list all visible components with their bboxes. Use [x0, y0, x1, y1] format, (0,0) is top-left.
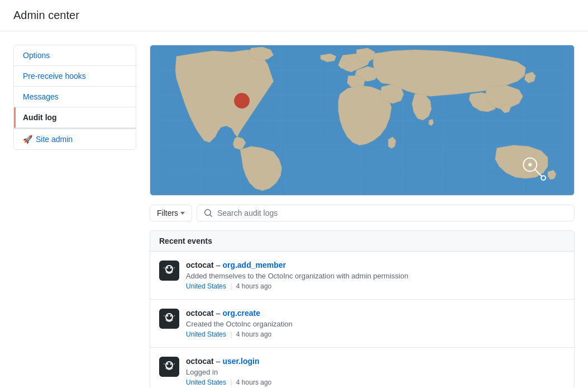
- event-title: octocat – org.add_member: [186, 261, 565, 269]
- event-details: octocat – user.login Logged in United St…: [186, 357, 565, 386]
- event-action[interactable]: org.create: [222, 309, 260, 318]
- event-action[interactable]: user.login: [222, 357, 259, 366]
- avatar: [159, 357, 179, 377]
- svg-point-24: [170, 267, 172, 269]
- event-username[interactable]: octocat: [186, 357, 214, 366]
- filters-label: Filters: [157, 209, 178, 217]
- event-description: Added themselves to the OctoInc organiza…: [186, 272, 565, 280]
- avatar: [159, 261, 179, 281]
- sidebar-site-admin-label: Site admin: [36, 135, 73, 144]
- event-item: octocat – org.add_member Added themselve…: [150, 252, 574, 300]
- event-meta: United States | 4 hours ago: [186, 378, 565, 386]
- svg-point-17: [528, 163, 532, 166]
- event-time: 4 hours ago: [236, 378, 271, 386]
- event-details: octocat – org.add_member Added themselve…: [186, 261, 565, 290]
- meta-separator: |: [230, 378, 232, 386]
- event-title: octocat – user.login: [186, 357, 565, 366]
- svg-point-38: [170, 363, 172, 365]
- event-location[interactable]: United States: [186, 282, 226, 290]
- svg-point-30: [167, 315, 169, 317]
- chevron-down-icon: [180, 212, 185, 215]
- event-description: Created the OctoInc organization: [186, 320, 565, 328]
- sidebar: Options Pre-receive hooks Messages Audit…: [13, 45, 136, 150]
- svg-point-36: [166, 362, 172, 368]
- svg-point-37: [167, 363, 169, 365]
- event-item: octocat – org.create Created the OctoInc…: [150, 300, 574, 348]
- event-action[interactable]: org.add_member: [222, 261, 286, 269]
- event-details: octocat – org.create Created the OctoInc…: [186, 309, 565, 338]
- event-time: 4 hours ago: [236, 282, 271, 290]
- svg-point-29: [166, 314, 172, 320]
- sidebar-item-options[interactable]: Options: [14, 45, 136, 66]
- recent-events-card: Recent events: [150, 230, 575, 388]
- event-separator: –: [216, 261, 223, 269]
- octocat-icon: [159, 261, 179, 281]
- event-time: 4 hours ago: [236, 330, 271, 338]
- event-description: Logged in: [186, 368, 565, 376]
- main-content: Filters Recent events: [150, 45, 575, 388]
- event-separator: –: [216, 309, 223, 318]
- search-icon: [204, 209, 213, 217]
- meta-separator: |: [230, 282, 232, 290]
- svg-point-22: [166, 266, 172, 272]
- svg-point-23: [167, 267, 169, 269]
- sidebar-item-messages[interactable]: Messages: [14, 87, 136, 107]
- page-title: Admin center: [13, 9, 575, 22]
- avatar: [159, 309, 179, 329]
- svg-point-31: [170, 315, 172, 317]
- world-map: [150, 45, 575, 196]
- octocat-icon: [159, 309, 179, 329]
- octocat-icon: [159, 357, 179, 377]
- filters-bar: Filters: [150, 205, 575, 221]
- event-separator: –: [216, 357, 223, 366]
- rocket-icon: 🚀: [23, 135, 32, 144]
- sidebar-item-audit-log[interactable]: Audit log: [14, 107, 136, 128]
- svg-point-15: [234, 93, 250, 108]
- event-meta: United States | 4 hours ago: [186, 282, 565, 290]
- event-item: octocat – user.login Logged in United St…: [150, 348, 574, 388]
- meta-separator: |: [230, 330, 232, 338]
- search-box: [197, 205, 575, 221]
- sidebar-item-site-admin[interactable]: 🚀 Site admin: [14, 129, 136, 149]
- event-location[interactable]: United States: [186, 330, 226, 338]
- event-title: octocat – org.create: [186, 309, 565, 318]
- event-username[interactable]: octocat: [186, 261, 214, 269]
- recent-events-header: Recent events: [150, 231, 574, 252]
- search-input[interactable]: [217, 209, 567, 217]
- filters-button[interactable]: Filters: [150, 205, 192, 221]
- event-username[interactable]: octocat: [186, 309, 214, 318]
- event-meta: United States | 4 hours ago: [186, 330, 565, 338]
- sidebar-item-pre-receive-hooks[interactable]: Pre-receive hooks: [14, 66, 136, 87]
- event-location[interactable]: United States: [186, 378, 226, 386]
